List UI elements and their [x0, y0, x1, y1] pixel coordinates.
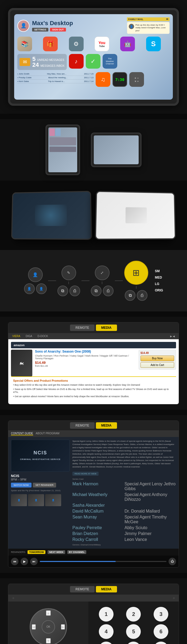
- play-next-button[interactable]: ⏭: [30, 558, 38, 565]
- email-widget[interactable]: ✉ 5 UNREAD MESSAGES 24 MESSAGES INBOX: [17, 54, 67, 70]
- large-main-icon[interactable]: ⊞: [124, 261, 148, 285]
- print-glyph-2: ⎙: [107, 288, 110, 293]
- cast-row-1: Mark Harmon: [72, 481, 124, 491]
- buy-price: $14.49: [141, 352, 174, 354]
- progress-fill: [40, 561, 116, 562]
- tomorrow-badge[interactable]: TOMORROW: [28, 550, 45, 554]
- product-image: 🏍: [11, 350, 32, 376]
- tab-content-guide[interactable]: CONTENT GUIDE: [11, 432, 33, 435]
- tab-remote-1[interactable]: REMOTE: [70, 325, 94, 331]
- apps-grid-row1: 📚 🎁 ⚙ YouTube 🤖 S: [17, 37, 170, 51]
- message-row-1: • John Smith Hey Max, How are... 2011.7.…: [17, 72, 94, 76]
- set-reminder-button[interactable]: SET REMINDER: [33, 483, 56, 487]
- tab-media-2[interactable]: MEDIA: [96, 586, 117, 592]
- app-calculator[interactable]: + −× ÷: [129, 72, 144, 87]
- product-title[interactable]: Sons of Anarchy: Season One (2008): [35, 350, 136, 353]
- section-perspective: [0, 186, 187, 245]
- dpad-center-button[interactable]: OK: [42, 620, 55, 634]
- num-btn-1[interactable]: 1: [99, 607, 114, 622]
- genres-section: Genres: Drama/Crime/Military: [72, 544, 176, 546]
- expand-icon-1[interactable]: ⤢: [95, 266, 110, 280]
- signout-button[interactable]: SIGN OUT: [50, 28, 66, 32]
- media-tabs-2: REMOTE MEDIA: [8, 584, 179, 595]
- offer-2: • Save up to 50% Off Select War Movies o…: [13, 388, 174, 394]
- expand-icon-2[interactable]: ⧉: [91, 286, 102, 296]
- dpad-left-button[interactable]: ◀: [32, 624, 36, 630]
- dpad-right-button[interactable]: ▶: [61, 624, 65, 630]
- mini-books: [49, 128, 76, 136]
- edit-icon-1[interactable]: ✎: [61, 266, 76, 280]
- device-diga[interactable]: DIGA: [26, 335, 32, 338]
- amazon-page: amazon 🏍 Sons of Anarchy: Season One (20…: [8, 339, 179, 404]
- msg-date-3: 2011.7.14: [84, 80, 94, 83]
- cast-role-7: Jimmy Palmer: [124, 531, 176, 536]
- device-viera[interactable]: VIERA: [12, 335, 20, 338]
- num-btn-6[interactable]: 6: [154, 624, 168, 639]
- app-gift[interactable]: 🎁: [43, 37, 58, 51]
- desktop-title: Max's Desktop: [32, 20, 73, 27]
- app-soundhound[interactable]: ♫: [96, 72, 110, 87]
- num-btn-7[interactable]: 7: [99, 642, 114, 644]
- app-skype[interactable]: S: [146, 37, 161, 51]
- cast-list: Series Cast Mark Harmon Special Agent Le…: [72, 478, 176, 542]
- tab-remote-tv[interactable]: REMOTE: [70, 422, 94, 429]
- large-icon-3[interactable]: ⎙: [137, 290, 147, 301]
- messages-list: • John Smith Hey Max, How are... 2011.7.…: [17, 72, 94, 87]
- buy-box: $14.49 Buy Now Add to Cart: [139, 350, 176, 370]
- settings-button[interactable]: SETTINGS: [32, 28, 48, 32]
- msg-preview-1: Hey Max, How are...: [47, 73, 66, 75]
- large-icon-group: ⊞ ⧉ ⎙: [124, 261, 148, 301]
- app-youtube[interactable]: YouTube: [95, 37, 109, 51]
- app-settings[interactable]: ⚙: [69, 37, 84, 51]
- person-icon-3[interactable]: 👤: [36, 283, 47, 294]
- section-desktop: 👤 Max's Desktop SETTINGS SIGN OUT FAMILY…: [0, 0, 187, 114]
- person-icon-2[interactable]: 👤: [24, 283, 35, 294]
- size-sm: SM: [155, 269, 163, 273]
- person-icon-1[interactable]: 👤: [28, 267, 43, 282]
- dpad-up-button[interactable]: ▲: [46, 610, 51, 616]
- ncis-synopsis: Special Agent Leroy Jethro Gibbs is the …: [72, 440, 176, 469]
- watch-now-button[interactable]: WATCH NOW: [11, 483, 32, 487]
- buy-now-button[interactable]: Buy Now: [141, 356, 174, 361]
- tab-remote-2[interactable]: REMOTE: [70, 586, 94, 592]
- product-area: 🏍 Sons of Anarchy: Season One (2008) Cha…: [11, 350, 136, 376]
- screen-glow: [35, 205, 67, 226]
- play-prev-button[interactable]: ⏮: [11, 558, 18, 565]
- cast-thumbnails: 👤 👤 👤: [11, 494, 70, 506]
- play-button[interactable]: ▶: [21, 558, 28, 565]
- cast-role-text-6: Abby Sciuto: [124, 525, 147, 530]
- tab-media-tv[interactable]: MEDIA: [96, 422, 117, 429]
- app-weather[interactable]: TheWeatherChannel: [103, 54, 117, 69]
- app-lastfm[interactable]: ♪: [69, 54, 84, 69]
- read-more-button[interactable]: READ MORE AT IMDB: [72, 472, 99, 476]
- app-check[interactable]: ✓: [86, 54, 100, 69]
- num-btn-8[interactable]: 8: [126, 642, 141, 644]
- num-btn-9[interactable]: 9: [154, 642, 168, 644]
- print-icon-2[interactable]: ⎙: [103, 286, 114, 296]
- edit-row2: ⧉ ⎙: [57, 286, 80, 296]
- large-icon-2[interactable]: ⧉: [125, 290, 135, 301]
- power-ctrl-button[interactable]: ⏻: [169, 558, 176, 565]
- tab-media-1[interactable]: MEDIA: [96, 325, 117, 331]
- by-channel-badge[interactable]: BY CHANNEL: [67, 550, 86, 554]
- dpad-down-button[interactable]: ▼: [46, 638, 51, 643]
- add-cart-button[interactable]: Add to Cart: [141, 362, 174, 368]
- num-btn-2[interactable]: 2: [126, 607, 141, 622]
- app-android[interactable]: 🤖: [120, 37, 135, 51]
- app-clock[interactable]: 7:30: [112, 72, 127, 87]
- num-btn-5[interactable]: 5: [126, 624, 141, 639]
- edit-icon-2[interactable]: ⧉: [57, 286, 68, 296]
- portrait-screen: [48, 127, 77, 172]
- family-mail-header: FAMILY MAIL ✉: [127, 17, 170, 21]
- print-icon[interactable]: ⎙: [69, 286, 80, 296]
- app-books[interactable]: 📚: [17, 37, 32, 51]
- message-row-2: • Presby Coble About the meeting... 2011…: [17, 76, 94, 80]
- num-btn-3[interactable]: 3: [154, 607, 168, 622]
- next-week-badge[interactable]: NEXT WEEK: [48, 550, 65, 554]
- mini-content2: [49, 147, 76, 152]
- section-amazon: REMOTE MEDIA VIERA DIGA D-DOCK ▶ ◀ amazo…: [0, 317, 187, 410]
- tab-about-program[interactable]: ABOUT PROGRAM: [36, 432, 60, 435]
- device-ddock[interactable]: D-DOCK: [37, 335, 48, 338]
- cast-row-3: Sasha Alexander: [72, 503, 124, 508]
- num-btn-4[interactable]: 4: [99, 624, 114, 639]
